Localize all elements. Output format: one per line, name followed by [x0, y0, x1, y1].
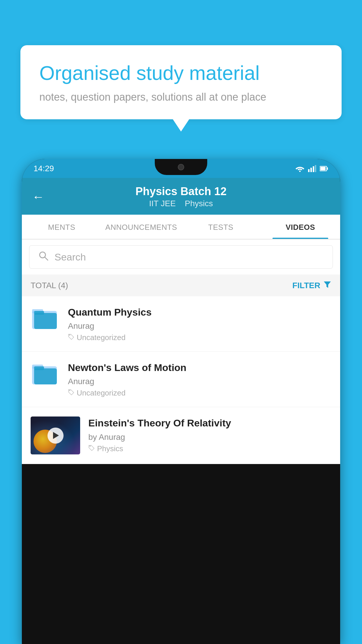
tag-icon	[68, 333, 74, 342]
total-count: TOTAL (4)	[31, 281, 68, 290]
tabs-bar: MENTS ANNOUNCEMENTS TESTS VIDEOS	[22, 215, 340, 239]
play-triangle-icon	[53, 432, 59, 439]
bubble-subtitle: notes, question papers, solutions all at…	[39, 91, 323, 103]
list-item[interactable]: Newton's Laws of Motion Anurag Uncategor…	[22, 352, 340, 407]
header-title: Physics Batch 12	[52, 185, 310, 198]
search-placeholder: Search	[55, 251, 86, 263]
header-subtitle: IIT JEE Physics	[52, 199, 310, 208]
video-author: by Anurag	[88, 433, 331, 442]
back-button[interactable]: ←	[32, 190, 44, 204]
svg-point-0	[299, 170, 301, 172]
video-tag: Uncategorized	[68, 388, 331, 398]
video-title: Newton's Laws of Motion	[68, 361, 331, 374]
tag-icon	[88, 444, 95, 453]
tab-announcements[interactable]: ANNOUNCEMENTS	[101, 215, 181, 239]
folder-icon	[31, 361, 60, 386]
video-tag: Physics	[88, 444, 331, 453]
play-button[interactable]	[48, 428, 64, 444]
svg-rect-6	[327, 167, 328, 170]
header-title-group: Physics Batch 12 IIT JEE Physics	[52, 185, 310, 208]
svg-rect-13	[34, 313, 57, 329]
speech-bubble-section: Organised study material notes, question…	[20, 45, 342, 119]
app-header: ← Physics Batch 12 IIT JEE Physics	[22, 178, 340, 215]
wifi-icon	[295, 165, 305, 172]
phone-frame: 14:29 ← Phys	[22, 159, 340, 644]
svg-rect-2	[310, 168, 312, 172]
video-title: Einstein's Theory Of Relativity	[88, 416, 331, 429]
video-info: Quantum Physics Anurag Uncategorized	[68, 306, 331, 342]
video-list: Quantum Physics Anurag Uncategorized	[22, 296, 340, 464]
battery-icon	[320, 166, 328, 172]
filter-button[interactable]: FILTER	[292, 280, 331, 290]
subtitle-physics: Physics	[185, 199, 213, 208]
search-icon	[38, 251, 49, 264]
video-author: Anurag	[68, 321, 331, 331]
video-info: Newton's Laws of Motion Anurag Uncategor…	[68, 361, 331, 398]
filter-funnel-icon	[323, 280, 331, 290]
tag-icon	[68, 388, 74, 398]
folder-icon	[31, 306, 60, 330]
list-item[interactable]: Quantum Physics Anurag Uncategorized	[22, 296, 340, 352]
search-bar[interactable]: Search	[29, 245, 333, 269]
bubble-title: Organised study material	[39, 61, 323, 85]
svg-rect-1	[308, 169, 310, 172]
notch	[155, 159, 207, 175]
svg-line-9	[45, 257, 48, 260]
tab-tests[interactable]: TESTS	[181, 215, 261, 239]
status-bar: 14:29	[22, 159, 340, 178]
video-author: Anurag	[68, 377, 331, 386]
video-title: Quantum Physics	[68, 306, 331, 318]
camera	[178, 164, 184, 170]
video-info: Einstein's Theory Of Relativity by Anura…	[88, 416, 331, 453]
tab-ments[interactable]: MENTS	[22, 215, 101, 239]
status-time: 14:29	[34, 164, 54, 173]
subtitle-iitjee: IIT JEE	[149, 199, 176, 208]
list-item[interactable]: Einstein's Theory Of Relativity by Anura…	[22, 407, 340, 464]
svg-marker-10	[324, 281, 331, 288]
svg-rect-17	[34, 368, 57, 384]
speech-bubble: Organised study material notes, question…	[20, 45, 342, 119]
svg-rect-7	[320, 167, 326, 170]
tab-videos[interactable]: VIDEOS	[261, 215, 340, 239]
search-container: Search	[22, 239, 340, 274]
svg-rect-14	[34, 311, 44, 315]
svg-rect-4	[315, 165, 316, 172]
filter-bar: TOTAL (4) FILTER	[22, 274, 340, 296]
video-tag: Uncategorized	[68, 333, 331, 342]
filter-label: FILTER	[292, 281, 320, 290]
signal-icon	[308, 165, 316, 172]
status-icons	[295, 165, 328, 172]
svg-rect-3	[313, 166, 314, 172]
svg-rect-18	[34, 366, 44, 370]
video-thumbnail	[31, 416, 80, 454]
